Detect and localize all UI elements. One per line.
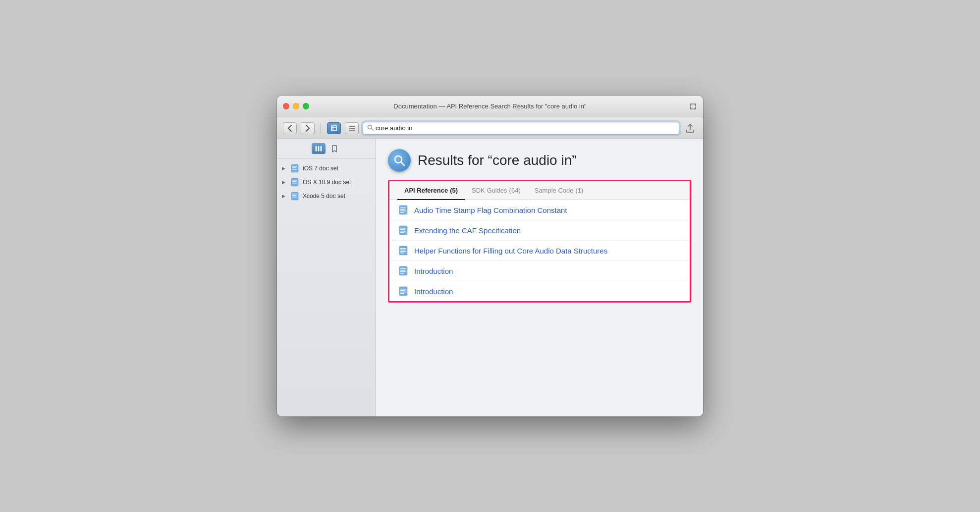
search-bar-icon <box>367 124 374 132</box>
main-area: ▶ iOS 7 doc set ▶ <box>277 139 703 416</box>
result-link-3[interactable]: Introduction <box>414 267 453 275</box>
result-link-2[interactable]: Helper Functions for Filling out Core Au… <box>414 247 607 255</box>
svg-rect-25 <box>400 231 406 232</box>
arrow-icon-ios7: ▶ <box>282 166 287 171</box>
svg-rect-1 <box>315 146 317 152</box>
share-button[interactable] <box>683 122 697 134</box>
results-header: Results for “core audio in” <box>388 149 691 172</box>
result-item-3[interactable]: Introduction <box>389 261 690 281</box>
tab-sdk-guides[interactable]: SDK Guides (64) <box>465 181 528 200</box>
results-search-icon <box>388 149 411 172</box>
svg-rect-24 <box>400 229 405 230</box>
svg-rect-36 <box>400 273 404 274</box>
back-button[interactable] <box>283 122 297 134</box>
svg-rect-18 <box>400 207 406 208</box>
sidebar-tab-bar <box>277 139 376 158</box>
content-area: Results for “core audio in” API Referenc… <box>376 139 703 416</box>
sidebar-item-xcode5[interactable]: ▶ Xcode 5 doc set <box>277 189 376 203</box>
svg-rect-20 <box>400 210 406 211</box>
results-tabs-bar: API Reference (5) SDK Guides (64) Sample… <box>389 181 690 200</box>
svg-rect-8 <box>291 178 298 186</box>
sidebar-item-ios7[interactable]: ▶ iOS 7 doc set <box>277 161 376 175</box>
tab-api-reference-count: (5) <box>450 187 458 194</box>
result-doc-icon-3 <box>398 266 408 276</box>
svg-point-16 <box>395 156 402 163</box>
docset-icon-ios7 <box>290 163 300 173</box>
bookmarks-nav-button[interactable] <box>327 122 341 134</box>
result-link-0[interactable]: Audio Time Stamp Flag Combination Consta… <box>414 206 567 214</box>
svg-rect-40 <box>400 292 406 293</box>
svg-rect-38 <box>400 289 406 290</box>
tab-api-reference[interactable]: API Reference (5) <box>397 181 465 200</box>
sidebar-item-osx-label: OS X 10.9 doc set <box>303 179 351 186</box>
svg-rect-32 <box>399 266 407 275</box>
sidebar-item-xcode5-label: Xcode 5 doc set <box>303 193 345 200</box>
svg-rect-3 <box>320 146 322 152</box>
arrow-icon-osx: ▶ <box>282 180 287 185</box>
svg-rect-6 <box>292 167 296 168</box>
svg-rect-21 <box>400 212 404 213</box>
maximize-button[interactable] <box>303 103 309 109</box>
toolbar-separator <box>321 123 321 134</box>
svg-rect-27 <box>399 246 407 255</box>
svg-rect-9 <box>292 180 297 181</box>
result-doc-icon-2 <box>398 246 408 256</box>
sidebar-item-ios7-label: iOS 7 doc set <box>303 165 338 172</box>
svg-rect-15 <box>292 197 297 198</box>
result-item-1[interactable]: Extending the CAF Specification <box>389 220 690 241</box>
main-window: Documentation — API Reference Search Res… <box>277 96 703 416</box>
svg-rect-35 <box>400 271 406 272</box>
svg-rect-13 <box>292 194 297 195</box>
window-title: Documentation — API Reference Search Res… <box>393 102 586 110</box>
svg-rect-10 <box>292 181 296 182</box>
results-list: Audio Time Stamp Flag Combination Consta… <box>389 200 690 301</box>
search-input[interactable] <box>376 124 675 132</box>
minimize-button[interactable] <box>293 103 299 109</box>
result-link-4[interactable]: Introduction <box>414 287 453 296</box>
sidebar-tab-bookmarks[interactable] <box>327 143 341 154</box>
list-nav-button[interactable] <box>345 122 359 134</box>
docset-icon-xcode5 <box>290 191 300 201</box>
tab-sdk-guides-count: (64) <box>509 187 521 194</box>
svg-rect-14 <box>292 195 296 196</box>
sidebar-items-list: ▶ iOS 7 doc set ▶ <box>277 158 376 206</box>
svg-rect-5 <box>292 166 297 167</box>
results-box: API Reference (5) SDK Guides (64) Sample… <box>388 180 691 303</box>
svg-rect-29 <box>400 250 405 251</box>
svg-rect-12 <box>291 192 298 200</box>
svg-rect-7 <box>292 169 297 170</box>
sidebar-tab-library[interactable] <box>312 143 326 154</box>
svg-rect-41 <box>400 293 404 294</box>
svg-rect-19 <box>400 209 405 210</box>
close-button[interactable] <box>283 103 289 109</box>
svg-rect-23 <box>400 228 406 229</box>
titlebar: Documentation — API Reference Search Res… <box>277 96 703 117</box>
result-item-4[interactable]: Introduction <box>389 281 690 301</box>
result-doc-icon-4 <box>398 286 408 296</box>
result-item-0[interactable]: Audio Time Stamp Flag Combination Consta… <box>389 200 690 220</box>
svg-rect-28 <box>400 248 406 249</box>
svg-rect-2 <box>318 146 320 152</box>
tab-sample-code-count: (1) <box>576 187 584 194</box>
result-item-2[interactable]: Helper Functions for Filling out Core Au… <box>389 241 690 261</box>
tab-api-reference-label: API Reference <box>404 187 448 194</box>
svg-rect-33 <box>400 268 406 269</box>
sidebar: ▶ iOS 7 doc set ▶ <box>277 139 376 416</box>
traffic-lights <box>283 103 309 109</box>
svg-rect-22 <box>399 226 407 235</box>
sidebar-item-osx[interactable]: ▶ OS X 10.9 doc set <box>277 175 376 189</box>
expand-button[interactable] <box>689 102 697 110</box>
tab-sdk-guides-label: SDK Guides <box>472 187 507 194</box>
svg-rect-11 <box>292 183 297 184</box>
svg-rect-34 <box>400 270 405 271</box>
search-bar <box>363 122 679 135</box>
result-link-1[interactable]: Extending the CAF Specification <box>414 226 521 235</box>
tab-sample-code[interactable]: Sample Code (1) <box>528 181 591 200</box>
docset-icon-osx <box>290 177 300 187</box>
forward-button[interactable] <box>301 122 315 134</box>
svg-rect-30 <box>400 251 406 252</box>
results-title: Results for “core audio in” <box>418 153 577 168</box>
svg-point-0 <box>368 125 372 129</box>
svg-rect-26 <box>400 232 404 233</box>
svg-rect-4 <box>291 164 298 172</box>
